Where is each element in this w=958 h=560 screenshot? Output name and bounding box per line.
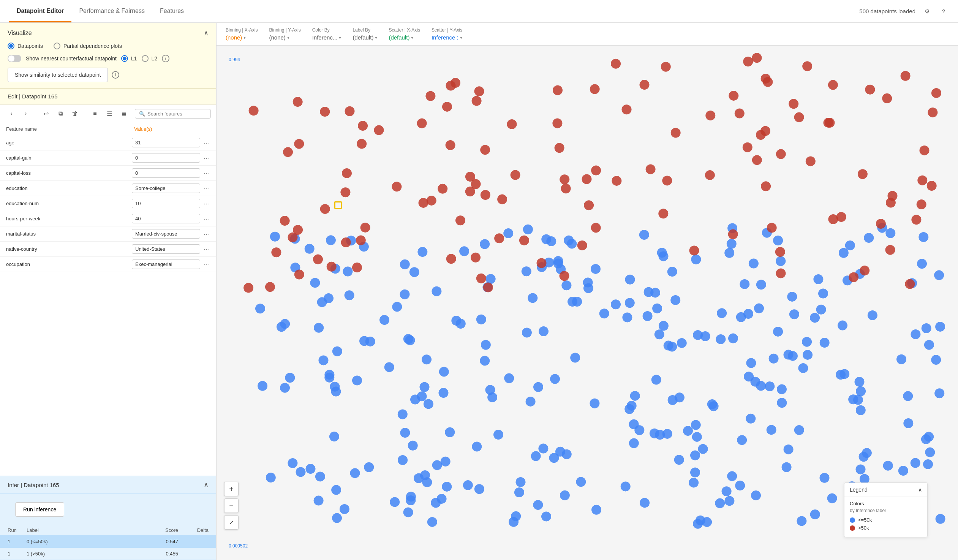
visualize-collapse-btn[interactable]: ∧ (204, 29, 209, 37)
radio-partial-dependence[interactable]: Partial dependence plots (54, 43, 122, 49)
feature-menu-btn[interactable]: ⋯ (203, 184, 210, 193)
feature-value-input[interactable] (132, 214, 200, 224)
next-datapoint-btn[interactable]: › (20, 108, 32, 120)
feature-value-input[interactable] (132, 184, 200, 193)
svg-point-346 (662, 176, 672, 186)
left-panel: Visualize ∧ Datapoints Partial dependenc… (0, 23, 217, 560)
svg-point-210 (789, 309, 799, 319)
history-btn[interactable]: ↩ (40, 108, 52, 120)
zoom-in-btn[interactable]: + (224, 482, 239, 496)
edit-title: Edit | Datapoint 165 (8, 93, 57, 100)
svg-point-250 (485, 385, 495, 395)
scatter-x-select[interactable]: (default) ▾ (389, 34, 420, 41)
infer-row[interactable]: 1 1 (>50k) 0.455 (0, 548, 216, 560)
settings-icon[interactable]: ⚙ (922, 6, 932, 17)
feature-table: age ⋯ capital-gain ⋯ capital-loss ⋯ educ… (0, 135, 216, 476)
svg-point-208 (451, 316, 461, 325)
svg-point-183 (531, 451, 541, 461)
svg-point-101 (690, 468, 700, 478)
feature-menu-btn[interactable]: ⋯ (203, 169, 210, 178)
edit-header: Edit | Datapoint 165 (0, 89, 216, 105)
svg-point-6 (689, 478, 699, 487)
svg-point-340 (917, 176, 927, 186)
help-icon[interactable]: ? (938, 6, 949, 17)
svg-point-292 (931, 88, 941, 98)
tab-performance-fairness[interactable]: Performance & Fairness (71, 1, 152, 22)
radio-l2[interactable]: L2 (142, 55, 158, 62)
align-left-btn[interactable]: ≡ (89, 108, 101, 120)
color-by-select[interactable]: Inferenc... ▾ (312, 34, 341, 41)
svg-point-188 (622, 312, 632, 322)
svg-point-161 (853, 395, 863, 405)
svg-point-291 (425, 91, 435, 101)
svg-point-62 (903, 391, 913, 401)
svg-point-269 (746, 358, 756, 368)
feature-value-input[interactable] (132, 153, 200, 163)
svg-point-320 (511, 170, 520, 180)
search-input[interactable] (148, 111, 207, 117)
radio-l1[interactable]: L1 (121, 55, 137, 62)
infer-row[interactable]: 1 0 (<=50k) 0.547 (0, 536, 216, 548)
similarity-info-icon[interactable]: i (112, 71, 119, 79)
feature-value-input[interactable] (132, 244, 200, 254)
svg-point-40 (856, 465, 866, 474)
align-center-btn[interactable]: ☰ (103, 108, 116, 120)
feature-menu-btn[interactable]: ⋯ (203, 245, 210, 254)
counterfactual-toggle[interactable] (8, 55, 21, 62)
prev-datapoint-btn[interactable]: ‹ (5, 108, 17, 120)
legend-item-gt50k: >50k (850, 525, 922, 531)
infer-collapse-btn[interactable]: ∧ (204, 481, 209, 489)
delete-btn[interactable]: 🗑 (69, 108, 81, 120)
svg-point-72 (643, 311, 653, 321)
legend-collapse-icon[interactable]: ∧ (918, 487, 922, 493)
feature-menu-btn[interactable]: ⋯ (203, 200, 210, 208)
feature-menu-btn[interactable]: ⋯ (203, 230, 210, 238)
infer-label: 0 (<=50k) (27, 539, 140, 544)
duplicate-btn[interactable]: ⧉ (54, 108, 67, 120)
zoom-out-btn[interactable]: − (224, 498, 239, 513)
align-right-btn[interactable]: ≣ (118, 108, 130, 120)
feature-value-input[interactable] (132, 229, 200, 239)
radio-partial-circle (54, 43, 60, 49)
feature-row: age ⋯ (0, 135, 216, 151)
feature-menu-btn[interactable]: ⋯ (203, 215, 210, 223)
svg-point-80 (674, 455, 684, 465)
svg-point-169 (690, 451, 700, 460)
label-by-select[interactable]: (default) ▾ (352, 34, 377, 41)
svg-point-107 (910, 458, 920, 468)
svg-point-329 (438, 184, 447, 194)
svg-point-213 (855, 377, 864, 387)
svg-point-16 (820, 473, 830, 483)
radio-l2-circle (142, 55, 149, 62)
tab-datapoint-editor[interactable]: Datapoint Editor (9, 1, 71, 22)
label-by-value: (default) (352, 34, 373, 41)
scatter-area[interactable]: 0.994 0.000502 + − ⤢ Legend ∧ Colors (217, 46, 958, 560)
svg-point-341 (927, 181, 937, 191)
radio-datapoints[interactable]: Datapoints (8, 43, 43, 49)
tab-features[interactable]: Features (152, 1, 192, 22)
feature-menu-btn[interactable]: ⋯ (203, 260, 210, 269)
binning-y-select[interactable]: (none) ▾ (269, 34, 301, 41)
similarity-button[interactable]: Show similarity to selected datapoint (8, 68, 108, 82)
feature-value-wrapper (132, 229, 200, 239)
run-inference-button[interactable]: Run inference (15, 502, 64, 517)
svg-point-116 (640, 498, 650, 508)
svg-point-148 (724, 248, 734, 258)
feature-value-input[interactable] (132, 138, 200, 148)
svg-point-232 (859, 452, 869, 462)
l-info-icon[interactable]: i (162, 55, 170, 62)
svg-point-93 (493, 430, 503, 439)
zoom-fit-btn[interactable]: ⤢ (224, 515, 239, 530)
feature-menu-btn[interactable]: ⋯ (203, 154, 210, 162)
infer-rows: 1 0 (<=50k) 0.547 1 1 (>50k) 0.455 (0, 536, 216, 560)
feature-value-input[interactable] (132, 260, 200, 269)
svg-point-271 (917, 259, 927, 269)
svg-point-330 (358, 121, 368, 131)
svg-point-249 (481, 340, 491, 350)
binning-x-select[interactable]: (none) ▾ (226, 34, 258, 41)
feature-value-input[interactable] (132, 168, 200, 178)
feature-value-input[interactable] (132, 199, 200, 208)
svg-point-81 (280, 383, 290, 393)
feature-menu-btn[interactable]: ⋯ (203, 139, 210, 147)
scatter-y-select[interactable]: Inference : ▾ (431, 34, 462, 41)
